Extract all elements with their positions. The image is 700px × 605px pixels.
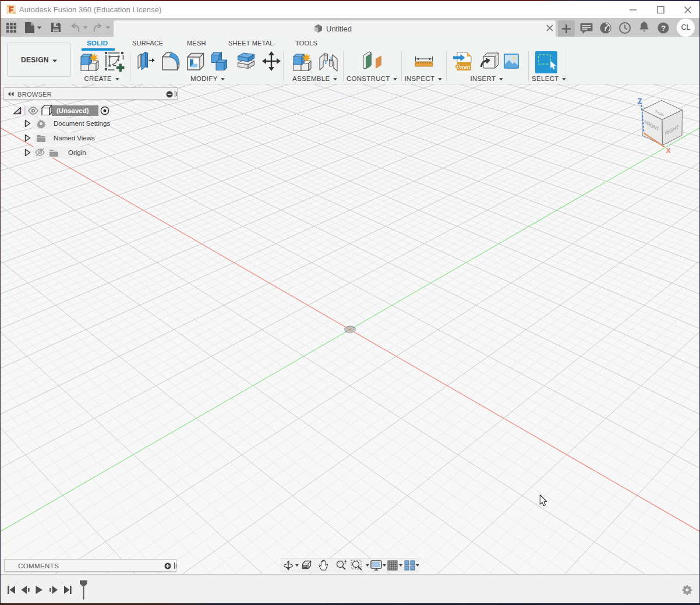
svg-text:SVG: SVG [460, 65, 471, 70]
svg-text:X: X [666, 147, 671, 155]
svg-text:?: ? [661, 24, 666, 33]
svg-text:Z: Z [638, 97, 642, 105]
